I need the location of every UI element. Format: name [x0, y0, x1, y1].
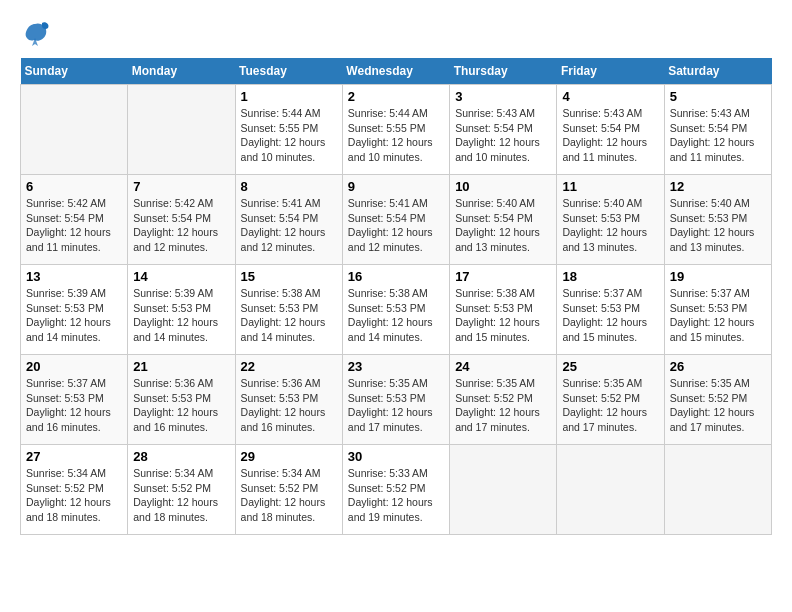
calendar-cell: 4Sunrise: 5:43 AM Sunset: 5:54 PM Daylig…: [557, 85, 664, 175]
day-info: Sunrise: 5:33 AM Sunset: 5:52 PM Dayligh…: [348, 466, 444, 525]
calendar-cell: 9Sunrise: 5:41 AM Sunset: 5:54 PM Daylig…: [342, 175, 449, 265]
calendar-cell: 10Sunrise: 5:40 AM Sunset: 5:54 PM Dayli…: [450, 175, 557, 265]
page-header: [20, 20, 772, 48]
calendar-cell: 22Sunrise: 5:36 AM Sunset: 5:53 PM Dayli…: [235, 355, 342, 445]
day-number: 14: [133, 269, 229, 284]
calendar-cell: 7Sunrise: 5:42 AM Sunset: 5:54 PM Daylig…: [128, 175, 235, 265]
calendar-cell: 17Sunrise: 5:38 AM Sunset: 5:53 PM Dayli…: [450, 265, 557, 355]
logo-icon: [20, 20, 50, 48]
calendar-cell: 18Sunrise: 5:37 AM Sunset: 5:53 PM Dayli…: [557, 265, 664, 355]
day-info: Sunrise: 5:39 AM Sunset: 5:53 PM Dayligh…: [133, 286, 229, 345]
day-info: Sunrise: 5:37 AM Sunset: 5:53 PM Dayligh…: [562, 286, 658, 345]
day-info: Sunrise: 5:35 AM Sunset: 5:52 PM Dayligh…: [670, 376, 766, 435]
day-number: 26: [670, 359, 766, 374]
day-number: 15: [241, 269, 337, 284]
day-info: Sunrise: 5:36 AM Sunset: 5:53 PM Dayligh…: [241, 376, 337, 435]
day-number: 28: [133, 449, 229, 464]
day-number: 23: [348, 359, 444, 374]
day-info: Sunrise: 5:38 AM Sunset: 5:53 PM Dayligh…: [241, 286, 337, 345]
day-number: 11: [562, 179, 658, 194]
calendar-cell: [557, 445, 664, 535]
day-number: 5: [670, 89, 766, 104]
day-number: 6: [26, 179, 122, 194]
calendar-cell: 3Sunrise: 5:43 AM Sunset: 5:54 PM Daylig…: [450, 85, 557, 175]
day-number: 4: [562, 89, 658, 104]
col-header-thursday: Thursday: [450, 58, 557, 85]
day-info: Sunrise: 5:35 AM Sunset: 5:52 PM Dayligh…: [455, 376, 551, 435]
day-info: Sunrise: 5:43 AM Sunset: 5:54 PM Dayligh…: [455, 106, 551, 165]
day-info: Sunrise: 5:42 AM Sunset: 5:54 PM Dayligh…: [133, 196, 229, 255]
calendar-cell: 13Sunrise: 5:39 AM Sunset: 5:53 PM Dayli…: [21, 265, 128, 355]
col-header-wednesday: Wednesday: [342, 58, 449, 85]
day-info: Sunrise: 5:41 AM Sunset: 5:54 PM Dayligh…: [241, 196, 337, 255]
calendar-cell: 26Sunrise: 5:35 AM Sunset: 5:52 PM Dayli…: [664, 355, 771, 445]
calendar-cell: 25Sunrise: 5:35 AM Sunset: 5:52 PM Dayli…: [557, 355, 664, 445]
day-number: 27: [26, 449, 122, 464]
calendar-cell: 6Sunrise: 5:42 AM Sunset: 5:54 PM Daylig…: [21, 175, 128, 265]
day-info: Sunrise: 5:40 AM Sunset: 5:54 PM Dayligh…: [455, 196, 551, 255]
day-info: Sunrise: 5:35 AM Sunset: 5:53 PM Dayligh…: [348, 376, 444, 435]
day-info: Sunrise: 5:35 AM Sunset: 5:52 PM Dayligh…: [562, 376, 658, 435]
day-info: Sunrise: 5:44 AM Sunset: 5:55 PM Dayligh…: [348, 106, 444, 165]
day-number: 13: [26, 269, 122, 284]
day-info: Sunrise: 5:42 AM Sunset: 5:54 PM Dayligh…: [26, 196, 122, 255]
logo: [20, 20, 54, 48]
day-number: 2: [348, 89, 444, 104]
day-info: Sunrise: 5:44 AM Sunset: 5:55 PM Dayligh…: [241, 106, 337, 165]
day-number: 20: [26, 359, 122, 374]
day-info: Sunrise: 5:36 AM Sunset: 5:53 PM Dayligh…: [133, 376, 229, 435]
calendar-cell: 24Sunrise: 5:35 AM Sunset: 5:52 PM Dayli…: [450, 355, 557, 445]
col-header-friday: Friday: [557, 58, 664, 85]
calendar-cell: 20Sunrise: 5:37 AM Sunset: 5:53 PM Dayli…: [21, 355, 128, 445]
calendar-cell: [128, 85, 235, 175]
day-number: 24: [455, 359, 551, 374]
day-number: 30: [348, 449, 444, 464]
col-header-monday: Monday: [128, 58, 235, 85]
calendar-cell: 27Sunrise: 5:34 AM Sunset: 5:52 PM Dayli…: [21, 445, 128, 535]
day-number: 18: [562, 269, 658, 284]
calendar-cell: 29Sunrise: 5:34 AM Sunset: 5:52 PM Dayli…: [235, 445, 342, 535]
col-header-sunday: Sunday: [21, 58, 128, 85]
day-info: Sunrise: 5:34 AM Sunset: 5:52 PM Dayligh…: [133, 466, 229, 525]
day-info: Sunrise: 5:40 AM Sunset: 5:53 PM Dayligh…: [562, 196, 658, 255]
calendar-cell: 30Sunrise: 5:33 AM Sunset: 5:52 PM Dayli…: [342, 445, 449, 535]
calendar-cell: 16Sunrise: 5:38 AM Sunset: 5:53 PM Dayli…: [342, 265, 449, 355]
day-number: 9: [348, 179, 444, 194]
day-number: 19: [670, 269, 766, 284]
calendar-cell: 23Sunrise: 5:35 AM Sunset: 5:53 PM Dayli…: [342, 355, 449, 445]
calendar-cell: 11Sunrise: 5:40 AM Sunset: 5:53 PM Dayli…: [557, 175, 664, 265]
day-number: 22: [241, 359, 337, 374]
day-info: Sunrise: 5:41 AM Sunset: 5:54 PM Dayligh…: [348, 196, 444, 255]
day-number: 1: [241, 89, 337, 104]
calendar-cell: 5Sunrise: 5:43 AM Sunset: 5:54 PM Daylig…: [664, 85, 771, 175]
calendar-table: SundayMondayTuesdayWednesdayThursdayFrid…: [20, 58, 772, 535]
calendar-cell: 28Sunrise: 5:34 AM Sunset: 5:52 PM Dayli…: [128, 445, 235, 535]
calendar-cell: 12Sunrise: 5:40 AM Sunset: 5:53 PM Dayli…: [664, 175, 771, 265]
day-number: 29: [241, 449, 337, 464]
day-info: Sunrise: 5:43 AM Sunset: 5:54 PM Dayligh…: [562, 106, 658, 165]
calendar-cell: 21Sunrise: 5:36 AM Sunset: 5:53 PM Dayli…: [128, 355, 235, 445]
calendar-cell: [664, 445, 771, 535]
day-number: 10: [455, 179, 551, 194]
day-number: 8: [241, 179, 337, 194]
calendar-cell: 8Sunrise: 5:41 AM Sunset: 5:54 PM Daylig…: [235, 175, 342, 265]
calendar-cell: 14Sunrise: 5:39 AM Sunset: 5:53 PM Dayli…: [128, 265, 235, 355]
calendar-cell: 2Sunrise: 5:44 AM Sunset: 5:55 PM Daylig…: [342, 85, 449, 175]
day-number: 17: [455, 269, 551, 284]
calendar-cell: [21, 85, 128, 175]
day-info: Sunrise: 5:39 AM Sunset: 5:53 PM Dayligh…: [26, 286, 122, 345]
day-info: Sunrise: 5:43 AM Sunset: 5:54 PM Dayligh…: [670, 106, 766, 165]
day-info: Sunrise: 5:38 AM Sunset: 5:53 PM Dayligh…: [455, 286, 551, 345]
day-number: 16: [348, 269, 444, 284]
calendar-cell: [450, 445, 557, 535]
calendar-cell: 19Sunrise: 5:37 AM Sunset: 5:53 PM Dayli…: [664, 265, 771, 355]
day-info: Sunrise: 5:34 AM Sunset: 5:52 PM Dayligh…: [26, 466, 122, 525]
day-info: Sunrise: 5:37 AM Sunset: 5:53 PM Dayligh…: [26, 376, 122, 435]
col-header-tuesday: Tuesday: [235, 58, 342, 85]
day-info: Sunrise: 5:37 AM Sunset: 5:53 PM Dayligh…: [670, 286, 766, 345]
day-number: 7: [133, 179, 229, 194]
day-info: Sunrise: 5:40 AM Sunset: 5:53 PM Dayligh…: [670, 196, 766, 255]
day-number: 25: [562, 359, 658, 374]
calendar-cell: 1Sunrise: 5:44 AM Sunset: 5:55 PM Daylig…: [235, 85, 342, 175]
day-info: Sunrise: 5:38 AM Sunset: 5:53 PM Dayligh…: [348, 286, 444, 345]
